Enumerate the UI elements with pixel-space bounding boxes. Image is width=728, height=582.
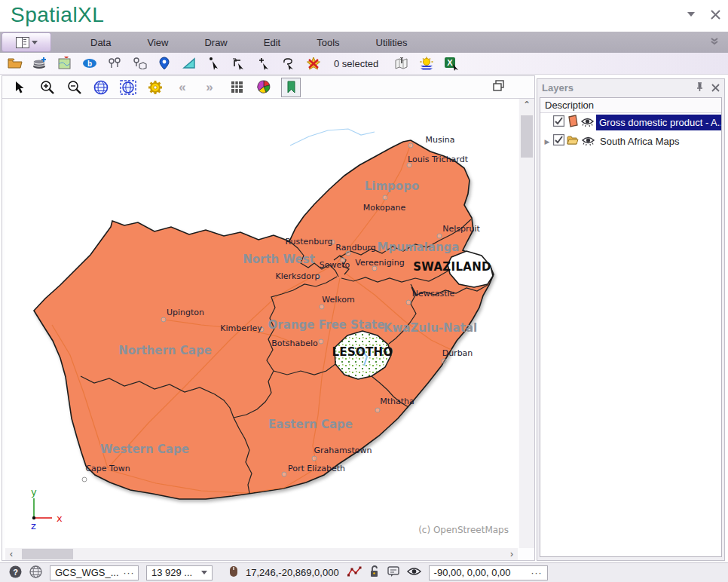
layer-label-south-africa-maps[interactable]: South Africa Maps [597,133,721,149]
menu-item-data[interactable]: Data [72,34,129,51]
close-panel-icon[interactable] [711,81,720,95]
zoom-out-icon[interactable] [64,78,84,97]
city-label: Kimberley [220,323,262,333]
map-labels-layer: LimpopoNorth WestMpumalangaOrange Free S… [5,99,518,548]
status-bar: ? GCS_WGS_... ··· 13 929 ... 17,246,-20,… [0,562,728,582]
selected-count-label: 0 selected [329,58,386,69]
add-map-icon[interactable] [56,54,74,72]
city-marker [82,477,87,482]
city-label: Louis Trichardt [408,155,468,164]
city-label: Durban [442,348,473,358]
select-rectangle-icon[interactable] [230,54,248,72]
zoom-extents-icon[interactable] [118,78,138,97]
layer-row-south-africa-maps[interactable]: ▶ South Africa Maps [540,132,721,151]
pointer-tool-icon[interactable] [10,78,29,97]
city-marker [312,456,317,461]
svg-text:y: y [31,486,37,498]
visibility-eye-icon[interactable] [581,116,594,130]
map-pin-icon[interactable] [155,54,173,72]
close-icon[interactable] [708,8,722,21]
polyline-tracking-icon[interactable] [347,565,362,580]
city-label: Nelspruit [442,224,480,234]
measure-triangle-icon[interactable] [180,54,198,72]
select-zoom-icon[interactable] [255,54,273,72]
bing-maps-icon[interactable]: b [81,54,99,72]
grid-icon[interactable] [227,78,246,97]
expander-arrow-icon[interactable]: ▶ [543,138,551,146]
layers-panel-header: Layers [537,79,724,96]
city-label: Grahamstown [314,446,372,455]
country-label: SWAZILAND [413,260,491,274]
map-toolbar: « » [2,76,534,99]
crs-more-button[interactable]: ··· [124,568,135,578]
province-label: Western Cape [100,443,189,456]
menu-item-edit[interactable]: Edit [246,34,298,51]
menu-item-utilities[interactable]: Utilities [358,34,426,51]
layers-column-header[interactable]: Description [540,98,721,113]
select-point-icon[interactable] [205,54,223,72]
export-excel-icon[interactable]: X [442,54,460,72]
view-rotation-field[interactable]: -90,00, 0,00, 0,00 ··· [429,565,548,580]
horizontal-scroll-thumb[interactable] [22,549,73,559]
province-label: Orange Free State [268,318,385,332]
menu-item-tools[interactable]: Tools [298,34,357,51]
layer-label-gdp[interactable]: Gross domestic product - A... [596,115,721,130]
clear-selection-icon[interactable] [304,54,323,72]
map-vertical-scrollbar[interactable]: ⌃ ⌄ [519,99,534,548]
view-rotation-more-button[interactable]: ··· [531,568,543,578]
projection-globe-icon[interactable] [29,565,42,580]
layer-checkbox[interactable] [553,115,564,130]
city-marker [161,317,167,323]
app-title: SpatialXL [11,3,104,27]
scale-value: 13 929 ... [151,567,192,578]
help-icon[interactable]: ? [9,565,22,580]
annotation-icon[interactable] [387,566,399,580]
pin-panel-icon[interactable] [696,81,704,95]
settings-gear-icon[interactable] [145,78,165,97]
legend-ribbon-icon[interactable] [281,78,301,97]
visibility-eye-icon[interactable] [582,135,595,149]
map-horizontal-scrollbar[interactable]: ‹ › [5,548,518,560]
menu-item-view[interactable]: View [129,34,186,51]
previous-view-icon[interactable]: « [173,78,192,97]
scale-dropdown[interactable]: 13 929 ... [146,565,213,580]
zoom-in-icon[interactable] [37,78,57,97]
scroll-up-arrow[interactable]: ⌃ [521,99,533,111]
window-menu-dropdown-icon[interactable] [684,8,698,21]
city-label: Vereeniging [355,258,404,268]
city-label: Randburg [335,243,375,253]
placemarks-icon[interactable] [106,54,124,72]
map-viewport[interactable]: LimpopoNorth WestMpumalangaOrange Free S… [5,99,518,548]
app-menu-button[interactable] [2,32,51,52]
collapse-ribbon-chevron-icon[interactable] [708,35,720,49]
add-layer-icon[interactable] [31,54,49,72]
zoom-world-icon[interactable] [91,78,111,97]
svg-text:x: x [57,513,63,524]
city-label: Botshabelo [271,338,318,348]
vertical-scroll-thumb[interactable] [521,115,533,158]
select-lasso-icon[interactable] [280,54,298,72]
province-label: Northern Cape [118,344,212,357]
city-label: Mthatha [380,397,414,406]
scroll-right-arrow[interactable]: › [506,548,518,560]
layers-list: Description Gross domestic product - A..… [540,97,722,557]
scroll-left-arrow[interactable]: ‹ [5,548,17,560]
open-folder-icon[interactable] [6,54,24,72]
crs-value: GCS_WGS_... [55,567,119,578]
unlock-icon[interactable] [369,565,380,580]
crs-field[interactable]: GCS_WGS_... ··· [50,565,139,580]
placemarks-3d-icon[interactable] [130,54,148,72]
menu-item-draw[interactable]: Draw [186,34,245,51]
city-label: Mokopane [363,203,405,213]
thematic-map-icon[interactable] [254,78,274,97]
city-marker [408,143,414,149]
view-eye-icon[interactable] [407,567,421,578]
layer-checkbox[interactable] [553,134,564,149]
locate-on-map-icon[interactable] [393,54,411,72]
restore-window-icon[interactable] [491,78,506,93]
map-attribution: (c) OpenStreetMaps [418,525,509,535]
menu-bar: Data View Draw Edit Tools Utilities [0,32,728,54]
next-view-icon[interactable]: » [200,78,219,97]
sun-layers-icon[interactable] [418,54,436,72]
layer-row-gdp[interactable]: Gross domestic product - A... [540,113,721,132]
